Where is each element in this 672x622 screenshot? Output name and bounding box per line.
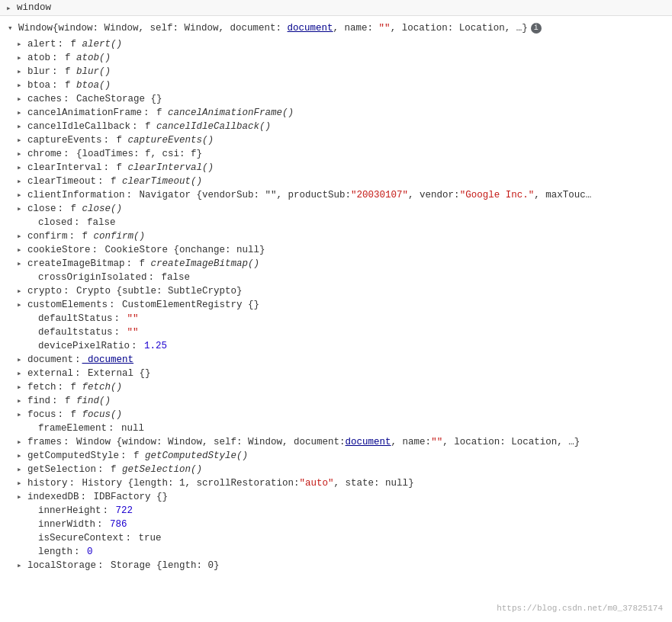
tree-colon: : (108, 422, 114, 435)
tree-link[interactable]: document (346, 435, 391, 449)
window-root-line: Window {window: Window, self: Window, do… (6, 19, 666, 37)
tree-arrow[interactable] (17, 449, 27, 463)
tree-arrow[interactable] (17, 175, 27, 188)
tree-row: btoa: f btoa() (6, 79, 666, 92)
tree-arrow[interactable] (17, 435, 27, 449)
tree-colon: : (114, 312, 121, 325)
tree-colon: : (104, 161, 110, 175)
tree-arrow[interactable] (17, 476, 27, 490)
tree-value: History {length: 1, scrollRestoration: (76, 476, 300, 490)
tree-row: alert: f alert() (6, 37, 666, 51)
tree-arrow[interactable] (17, 133, 27, 147)
tree-arrow[interactable] (17, 120, 27, 133)
tree-key: defaultStatus (38, 312, 113, 325)
tree-value: Storage {length: 0} (105, 559, 220, 572)
tree-arrow[interactable] (17, 37, 27, 51)
tree-arrow[interactable] (17, 394, 27, 408)
tree-key: atob (27, 51, 50, 65)
tree-row: closed: false (6, 216, 666, 229)
tree-key: getComputedStyle (27, 449, 119, 463)
tree-row: getComputedStyle: f getComputedStyle() (6, 449, 666, 463)
tree-value3: , maxTouc… (534, 188, 591, 202)
tree-arrow[interactable] (17, 106, 27, 120)
func-type: f (133, 257, 151, 271)
tree-row: blur: f blur() (6, 65, 666, 79)
tree-string-val2: "Google Inc." (460, 188, 535, 202)
tree-row: find: f find() (6, 394, 666, 408)
tree-arrow[interactable] (17, 51, 27, 65)
tree-arrow[interactable] (17, 147, 27, 161)
top-header: window (0, 0, 672, 16)
func-type: f (65, 408, 82, 422)
tree-colon: : (103, 504, 109, 518)
tree-row: localStorage: Storage {length: 0} (6, 559, 666, 572)
func-type: f (65, 37, 82, 51)
tree-arrow[interactable] (17, 380, 27, 394)
tree-arrow[interactable] (17, 298, 27, 312)
tree-key: alert (27, 37, 56, 51)
tree-link[interactable]: document (82, 353, 134, 367)
info-icon[interactable]: i (531, 23, 542, 34)
tree-colon: : (58, 408, 64, 422)
tree-row: cookieStore: CookieStore {onchange: null… (6, 243, 666, 257)
tree-arrow[interactable] (17, 92, 27, 106)
tree-arrow[interactable] (17, 353, 27, 367)
tree-arrow[interactable] (17, 202, 27, 216)
tree-arrow[interactable] (17, 463, 27, 476)
func-name: atob() (76, 51, 111, 65)
tree-arrow[interactable] (17, 408, 27, 422)
func-name: confirm() (94, 229, 146, 243)
tree-arrow[interactable] (17, 161, 27, 175)
tree-arrow[interactable] (17, 79, 27, 92)
window-root-arrow[interactable] (8, 21, 18, 36)
tree-row: defaultStatus: "" (6, 312, 666, 325)
tree-colon: : (97, 518, 103, 531)
tree-value: IDBFactory {} (88, 490, 168, 504)
tree-key: external (27, 367, 73, 380)
tree-number: 1.25 (139, 339, 168, 353)
tree-arrow[interactable] (17, 559, 27, 572)
tree-string: "" (431, 435, 442, 449)
tree-string: "auto" (300, 476, 334, 490)
tree-arrow[interactable] (17, 243, 27, 257)
tree-arrow[interactable] (17, 229, 27, 243)
tree-arrow[interactable] (17, 367, 27, 380)
tree-value: true (133, 531, 162, 545)
tree-row: indexedDB: IDBFactory {} (6, 490, 666, 504)
func-type: f (105, 463, 123, 476)
tree-row: innerHeight: 722 (6, 504, 666, 518)
tree-number: 786 (104, 518, 127, 531)
func-type: f (111, 133, 128, 147)
tree-key: focus (27, 408, 56, 422)
top-arrow[interactable] (6, 3, 17, 13)
tree-key: customElements (27, 298, 108, 312)
tree-key: createImageBitmap (27, 257, 125, 271)
func-type: f (65, 380, 82, 394)
tree-row: crossOriginIsolated: false (6, 271, 666, 284)
tree-arrow[interactable] (17, 284, 27, 298)
tree-row: chrome: {loadTimes: f, csi: f} (6, 147, 666, 161)
tree-key: indexedDB (27, 490, 79, 504)
tree-arrow[interactable] (17, 65, 27, 79)
tree-colon: : (126, 531, 132, 545)
tree-colon: : (81, 490, 87, 504)
func-type: f (76, 229, 94, 243)
func-type: f (59, 394, 77, 408)
tree-colon: : (69, 476, 76, 490)
tree-key: cookieStore (27, 243, 91, 257)
tree-arrow[interactable] (17, 188, 27, 202)
tree-arrow[interactable] (17, 490, 27, 504)
tree-arrow[interactable] (17, 257, 27, 271)
func-name: cancelAnimationFrame() (168, 106, 294, 120)
window-root-doc-link[interactable]: document (288, 21, 333, 36)
func-name: createImageBitmap() (151, 257, 260, 271)
tree-container: alert: f alert()atob: f atob()blur: f bl… (6, 37, 666, 572)
tree-key: btoa (27, 79, 50, 92)
tree-key: innerHeight (38, 504, 101, 518)
tree-colon: : (52, 79, 58, 92)
url-hint: https://blog.csdn.net/m0_37825174 (497, 604, 663, 613)
tree-key: localStorage (27, 559, 96, 572)
func-type: f (111, 161, 128, 175)
tree-colon: : (127, 188, 133, 202)
tree-colon: : (127, 257, 133, 271)
